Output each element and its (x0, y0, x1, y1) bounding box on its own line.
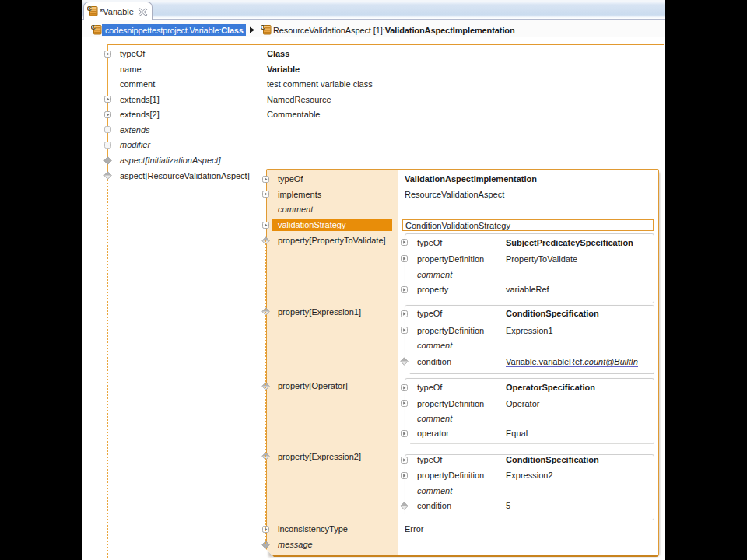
svg-text:C: C (261, 24, 266, 31)
svg-text:C: C (87, 5, 93, 12)
svg-text:C: C (91, 24, 96, 31)
